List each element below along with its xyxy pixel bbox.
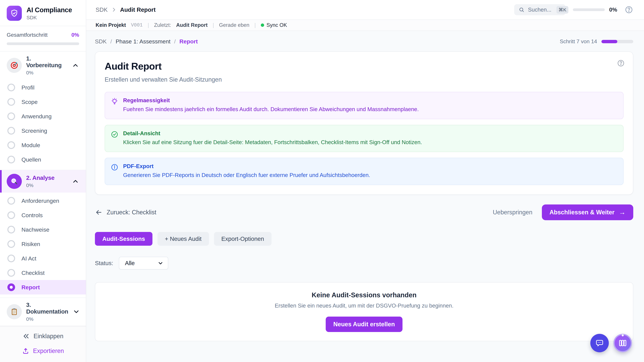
chevron-right-icon <box>111 6 117 13</box>
info-box-detail-ansicht: Detail-Ansicht Klicken Sie auf eine Sitz… <box>105 125 624 152</box>
radio-circle-icon <box>8 269 15 277</box>
upload-icon <box>22 347 29 355</box>
sidebar-item-module[interactable]: Module <box>0 138 86 152</box>
export-label: Exportieren <box>33 348 64 355</box>
info-box-text: Generieren Sie PDF-Reports in Deutsch od… <box>123 171 370 179</box>
collapse-sidebar-button[interactable]: Einklappen <box>22 333 64 340</box>
tab-export-optionen[interactable]: Export-Optionen <box>214 232 272 246</box>
info-box-title: PDF-Export <box>123 163 370 169</box>
sidebar-item-screening[interactable]: Screening <box>0 123 86 138</box>
sidebar-item-report[interactable]: Report <box>0 280 86 295</box>
header-progress-bar <box>573 8 605 11</box>
sidebar-section-analyse[interactable]: 2. Analyse 0% <box>0 170 86 193</box>
help-icon[interactable] <box>624 5 633 14</box>
sidebar-item-anwendung[interactable]: Anwendung <box>0 109 86 123</box>
section-label: 1. Vorbereitung <box>26 55 68 68</box>
crumb-sdk[interactable]: SDK <box>95 38 107 45</box>
double-chevron-left-icon <box>22 333 30 340</box>
status-filter-row: Status: Alle <box>95 257 633 270</box>
last-label: Zuletzt: <box>154 22 171 28</box>
radio-circle-icon <box>8 240 15 248</box>
empty-state-title: Keine Audit-Sessions vorhanden <box>312 291 416 299</box>
section-percent: 0% <box>26 183 68 188</box>
breadcrumb: SDK Audit Report <box>96 6 156 13</box>
sidebar-item-scope[interactable]: Scope <box>0 95 86 109</box>
sidebar-item-risiken[interactable]: Risiken <box>0 237 86 251</box>
search-icon <box>518 7 524 13</box>
sync-dot-icon <box>261 23 264 27</box>
breadcrumb-current: Audit Report <box>120 6 156 13</box>
back-label: Zurueck: Checklist <box>107 209 156 216</box>
export-button[interactable]: Exportieren <box>22 347 64 355</box>
arrow-left-icon <box>95 209 103 216</box>
check-circle-icon <box>111 131 118 138</box>
skip-button[interactable]: Ueberspringen <box>493 209 532 216</box>
sidebar-section-vorbereitung[interactable]: 1. Vorbereitung 0% <box>0 51 86 79</box>
section-percent: 0% <box>26 316 68 322</box>
radio-circle-icon <box>8 141 15 149</box>
chat-bubble-icon <box>595 338 604 348</box>
step-progress: Schritt 7 von 14 <box>560 38 633 44</box>
sidebar-footer: Einklappen Exportieren <box>0 326 86 362</box>
sidebar-item-nachweise[interactable]: Nachweise <box>0 222 86 237</box>
info-box-pdf-export: PDF-Export Generieren Sie PDF-Reports in… <box>105 158 624 185</box>
chevron-down-icon <box>72 308 80 316</box>
version-badge: V001 <box>131 22 143 28</box>
overall-progress-bar <box>7 42 79 45</box>
wizard-nav-row: Zurueck: Checklist Ueberspringen Abschli… <box>95 204 633 220</box>
shield-check-icon <box>7 6 22 21</box>
radio-circle-icon <box>8 98 15 106</box>
search-shortcut-badge: ⌘K <box>556 6 568 13</box>
radio-circle-icon <box>8 112 15 120</box>
sidebar-section-dokumentation[interactable]: 3. Dokumentation 0% <box>0 298 86 326</box>
info-circle-icon <box>111 163 118 171</box>
info-box-title: Regelmaessigkeit <box>123 97 419 104</box>
info-box-regelmaessigkeit: Regelmaessigkeit Fuehren Sie mindestens … <box>105 92 624 119</box>
sidebar-item-profil[interactable]: Profil <box>0 80 86 95</box>
audit-report-card: Audit Report Erstellen und verwalten Sie… <box>95 51 633 195</box>
section-items: Profil Scope Anwendung Screening Module … <box>0 79 86 170</box>
sidebar: AI Compliance SDK Gesamtfortschritt 0% <box>0 0 86 362</box>
back-button[interactable]: Zurueck: Checklist <box>95 209 156 216</box>
help-icon[interactable] <box>617 59 625 67</box>
tab-neues-audit[interactable]: + Neues Audit <box>158 232 209 246</box>
sidebar-item-ai-act[interactable]: AI Act <box>0 251 86 266</box>
create-audit-button[interactable]: Neues Audit erstellen <box>326 317 403 332</box>
sync-status: Sync OK <box>261 22 287 28</box>
complete-continue-button[interactable]: Abschliessen & Weiter → <box>542 204 633 220</box>
status-filter-label: Status: <box>95 260 113 267</box>
page-title: Audit Report <box>105 60 624 72</box>
radio-circle-icon <box>8 197 15 205</box>
floating-buttons <box>590 334 632 352</box>
board-columns-button[interactable] <box>614 334 632 352</box>
step-label: Schritt 7 von 14 <box>560 38 597 44</box>
tab-bar: Audit-Sessions + Neues Audit Export-Opti… <box>95 232 633 246</box>
chat-button[interactable] <box>590 334 609 352</box>
chevron-up-icon <box>72 178 79 185</box>
crumb-report: Report <box>180 38 198 45</box>
app-subtitle: SDK <box>26 15 72 20</box>
header-progress: 0% <box>573 6 617 13</box>
arrow-right-icon: → <box>619 209 626 216</box>
crumb-phase[interactable]: Phase 1: Assessment <box>116 38 170 45</box>
breadcrumb-root[interactable]: SDK <box>96 6 108 13</box>
sidebar-item-quellen[interactable]: Quellen <box>0 152 86 167</box>
sidebar-item-checklist[interactable]: Checklist <box>0 266 86 280</box>
search-box[interactable]: ⌘K <box>514 4 566 15</box>
sidebar-item-anforderungen[interactable]: Anforderungen <box>0 194 86 208</box>
last-value: Audit Report <box>176 22 208 28</box>
radio-active-icon <box>8 283 15 291</box>
info-box-title: Detail-Ansicht <box>123 130 422 137</box>
sidebar-item-controls[interactable]: Controls <box>0 208 86 222</box>
search-input[interactable] <box>528 6 553 13</box>
tab-audit-sessions[interactable]: Audit-Sessions <box>95 232 152 246</box>
status-filter-select[interactable]: Alle <box>119 257 168 270</box>
main-area: SDK Audit Report ⌘K 0% <box>86 0 644 362</box>
page-breadcrumb-row: SDK / Phase 1: Assessment / Report Schri… <box>95 38 633 45</box>
chevron-up-icon <box>72 62 79 69</box>
section-label: 2. Analyse <box>26 174 68 181</box>
sidebar-nav: 1. Vorbereitung 0% Profil Scope Anwendun… <box>0 51 86 326</box>
radio-circle-icon <box>8 84 15 91</box>
clipboard-icon <box>7 304 22 319</box>
collapse-label: Einklappen <box>34 333 64 340</box>
